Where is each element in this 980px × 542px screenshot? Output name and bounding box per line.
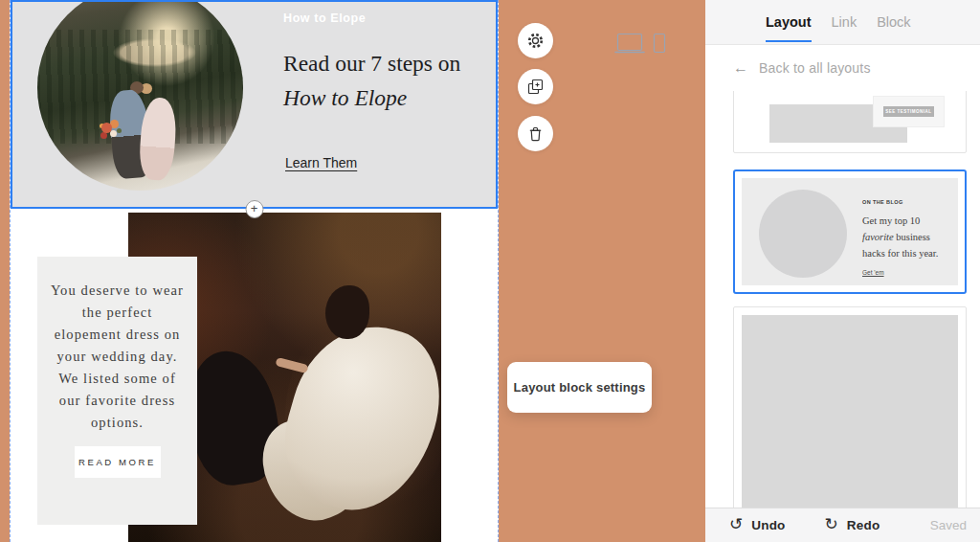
redo-icon: ↻ — [825, 516, 838, 532]
saved-status: Saved — [930, 518, 967, 532]
blog-headline: Read our 7 steps on How to Elope — [283, 46, 498, 116]
add-block-button[interactable]: + — [245, 200, 263, 218]
duplicate-icon — [526, 78, 545, 96]
settings-icon — [526, 32, 545, 50]
back-arrow-icon: ← — [733, 59, 748, 77]
undo-icon: ↺ — [729, 516, 743, 532]
thumb-kicker: ON THE BLOG — [862, 199, 952, 205]
blog-layout-block-selected[interactable]: How to Elope Read our 7 steps on How to … — [11, 0, 498, 209]
trash-icon — [526, 124, 545, 143]
settings-sidebar: Layout Link Block ← Back to all layouts … — [705, 0, 980, 542]
photo-bride-hair — [325, 285, 369, 339]
thumb-paragraph: Get my top 10 favorite business hacks fo… — [862, 213, 952, 261]
dress-text-card[interactable]: You deserve to wear the perfect elopemen… — [37, 257, 197, 525]
layout-option-testimonial[interactable]: SEE TESTIMONIAL — [733, 91, 967, 153]
tab-block[interactable]: Block — [877, 0, 910, 45]
history-footer: ↺ Undo ↻ Redo Saved — [705, 508, 980, 542]
blog-kicker: How to Elope — [283, 11, 366, 25]
thumb-blog-inner: ON THE BLOG Get my top 10 favorite busin… — [742, 178, 958, 285]
layout-option-blog-selected[interactable]: ON THE BLOG Get my top 10 favorite busin… — [733, 169, 967, 294]
email-builder-workspace: How to Elope Read our 7 steps on How to … — [0, 0, 980, 542]
duplicate-block-button[interactable] — [518, 69, 553, 104]
dress-body-text: You deserve to wear the perfect elopemen… — [37, 280, 197, 434]
headline-text: Read our 7 steps on — [283, 51, 460, 76]
thumb-mini-card: SEE TESTIMONIAL — [874, 97, 944, 126]
learn-them-link[interactable]: Learn Them — [285, 155, 357, 170]
tab-layout[interactable]: Layout — [766, 0, 812, 45]
delete-block-button[interactable] — [518, 116, 553, 151]
undo-label: Undo — [751, 518, 785, 532]
thumb-blog-text: ON THE BLOG Get my top 10 favorite busin… — [862, 199, 952, 279]
thumb-text: Get my top 10 — [862, 215, 920, 226]
back-label: Back to all layouts — [759, 60, 871, 76]
block-settings-button[interactable] — [518, 23, 553, 58]
tab-link[interactable]: Link — [832, 0, 858, 45]
thumb-link: Get 'em — [862, 269, 884, 276]
preview-toggle-group — [614, 33, 666, 55]
mobile-icon[interactable] — [653, 33, 666, 54]
desktop-icon[interactable] — [614, 33, 645, 55]
sidebar-tab-bar: Layout Link Block — [705, 0, 980, 45]
layout-option-image[interactable] — [733, 306, 967, 508]
read-more-button[interactable]: READ MORE — [75, 446, 161, 478]
thumb-large-image-placeholder — [742, 315, 958, 508]
headline-italic-text: How to Elope — [283, 85, 407, 110]
layout-thumbnail-list[interactable]: SEE TESTIMONIAL ON THE BLOG Get my top 1… — [705, 91, 980, 508]
back-to-all-layouts[interactable]: ← Back to all layouts — [705, 45, 980, 91]
thumb-text-italic: favorite — [862, 232, 894, 242]
email-canvas[interactable]: How to Elope Read our 7 steps on How to … — [10, 0, 499, 542]
redo-label: Redo — [847, 518, 880, 532]
thumb-circle-placeholder — [759, 190, 847, 278]
thumb-see-testimonial-button: SEE TESTIMONIAL — [883, 106, 934, 117]
undo-button[interactable]: ↺ Undo — [729, 517, 786, 533]
couple-mountain-photo[interactable] — [37, 0, 243, 191]
layout-block-settings-tooltip: Layout block settings — [507, 362, 652, 413]
redo-button[interactable]: ↻ Redo — [825, 517, 880, 533]
photo-bouquet — [101, 123, 112, 133]
